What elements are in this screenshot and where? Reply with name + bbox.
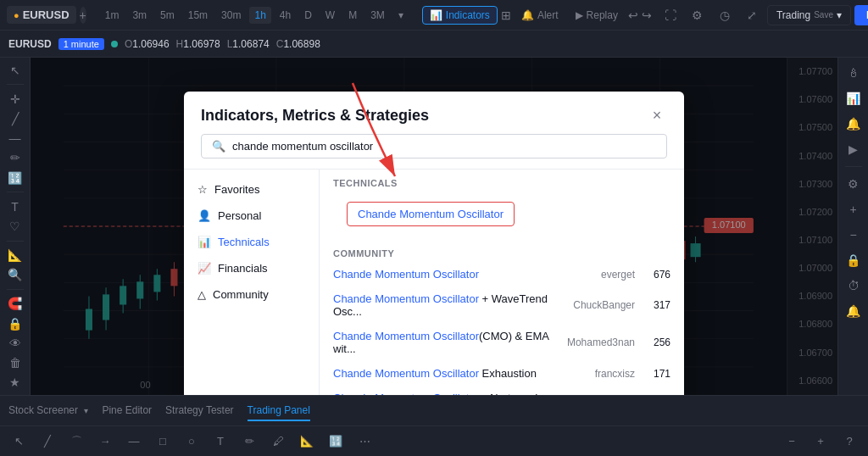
featured-result[interactable]: Chande Momentum Oscillator (347, 202, 515, 226)
symbol-selector[interactable]: ● EURUSD (7, 6, 76, 24)
heart-tool[interactable]: ♡ (3, 217, 27, 235)
zoom-tool[interactable]: 🔍 (3, 266, 27, 284)
result-row-4[interactable]: Chande Momentum Oscillator - Alerts and … (320, 386, 684, 395)
sidebar-financials[interactable]: 📈 Financials (184, 255, 319, 281)
clock-button[interactable]: ◷ (713, 3, 737, 27)
result-row-0[interactable]: Chande Momentum Oscillator everget 676 (320, 262, 684, 286)
replay-icon: ▶ (576, 9, 583, 21)
tf-d[interactable]: D (299, 7, 317, 24)
trash-tool[interactable]: 🗑 (3, 354, 27, 372)
featured-text: Chande Momentum Oscillator (358, 208, 504, 220)
sidebar-favorites[interactable]: ☆ Favorites (184, 176, 319, 203)
tab-stock-screener[interactable]: Stock Screener ▾ (8, 401, 88, 421)
result-row-3[interactable]: Chande Momentum Oscillator Exhaustion fr… (320, 361, 684, 386)
stock-screener-dropdown[interactable]: ▾ (84, 406, 88, 415)
modal-close-button[interactable]: × (647, 105, 667, 125)
result-name-2: Chande Momentum Oscillator(CMO) & EMA wi… (333, 330, 567, 355)
rt-notifications[interactable]: 🔔 (842, 299, 865, 323)
brush-tool[interactable]: ✏ (3, 149, 27, 167)
ruler-tool[interactable]: 📐 (3, 246, 27, 264)
result-count-2: 256 (645, 336, 670, 348)
tf-30m[interactable]: 30m (216, 7, 246, 24)
search-box[interactable]: 🔍 (201, 134, 667, 158)
tf-15m[interactable]: 15m (183, 7, 213, 24)
replay-button[interactable]: ▶ Replay (569, 7, 625, 24)
chart-area[interactable]: 1.07100 00 17 12:00 23 09:22:43 (UTC-4) … (31, 58, 837, 395)
rt-chart-type[interactable]: 🕯 (842, 61, 865, 85)
tf-5m[interactable]: 5m (155, 7, 180, 24)
trading-label: Trading (776, 9, 810, 21)
fullscreen-button[interactable]: ⛶ (659, 3, 682, 27)
tf-m[interactable]: M (343, 7, 362, 24)
drawing-brush[interactable]: 🖊 (266, 430, 290, 453)
rt-settings[interactable]: ⚙ (842, 172, 865, 196)
rt-scroll-lock[interactable]: 🔒 (842, 248, 865, 272)
tab-strategy-tester[interactable]: Strategy Tester (165, 401, 233, 421)
rt-zoom-in[interactable]: + (842, 197, 865, 221)
expand-button[interactable]: ⤢ (740, 3, 764, 27)
rt-replay[interactable]: ▶ (842, 137, 865, 161)
tf-dropdown[interactable]: ▾ (393, 7, 409, 24)
settings-button[interactable]: ⚙ (686, 3, 709, 27)
drawing-more[interactable]: ⋯ (353, 430, 376, 453)
drawing-cursor[interactable]: ↖ (7, 430, 31, 453)
drawing-help[interactable]: ? (837, 430, 861, 453)
search-icon: 🔍 (212, 140, 225, 153)
alert-button[interactable]: 🔔 Alert (515, 7, 565, 24)
drawing-zoom-out-chart[interactable]: − (780, 430, 804, 453)
tf-1h[interactable]: 1h (249, 7, 270, 24)
tf-4h[interactable]: 4h (275, 7, 296, 24)
drawing-circle[interactable]: ○ (180, 430, 203, 453)
drawing-arrow[interactable]: → (93, 430, 117, 453)
drawing-fib[interactable]: 🔢 (324, 430, 348, 453)
drawing-zoom-in-chart[interactable]: + (809, 430, 832, 453)
strategy-tester-label: Strategy Tester (165, 404, 233, 416)
drawing-line[interactable]: ╱ (36, 430, 59, 453)
drawing-horizontal[interactable]: — (122, 430, 146, 453)
add-symbol-button[interactable]: + (80, 7, 86, 24)
rt-alert[interactable]: 🔔 (842, 112, 865, 136)
tf-1m[interactable]: 1m (100, 7, 125, 24)
indicators-button[interactable]: 📊 Indicators (422, 6, 498, 25)
drawing-path[interactable]: ✏ (237, 430, 261, 453)
layout-button[interactable]: ⊞ (501, 3, 511, 27)
horizontal-line-tool[interactable]: — (3, 130, 27, 147)
trend-line-tool[interactable]: ╱ (3, 109, 27, 127)
tab-trading-panel[interactable]: Trading Panel (248, 401, 310, 421)
trading-button[interactable]: Trading Save ▾ (767, 5, 851, 25)
timeframe-badge[interactable]: 1 minute (58, 38, 104, 50)
tab-pine-editor[interactable]: Pine Editor (102, 401, 152, 421)
drawing-rect[interactable]: □ (151, 430, 175, 453)
sidebar-personal[interactable]: 👤 Personal (184, 203, 319, 229)
publish-button[interactable]: Publish (854, 5, 868, 25)
rt-zoom-out[interactable]: − (842, 223, 865, 247)
drawing-curve[interactable]: ⌒ (64, 430, 88, 453)
cursor-tool[interactable]: ↖ (3, 61, 27, 79)
result-row-2[interactable]: Chande Momentum Oscillator(CMO) & EMA wi… (320, 324, 684, 361)
text-tool[interactable]: T (3, 197, 27, 215)
rt-indicators[interactable]: 📊 (842, 86, 865, 110)
search-input[interactable] (232, 140, 656, 153)
crosshair-tool[interactable]: ✛ (3, 90, 27, 108)
sidebar-community[interactable]: △ Community (184, 281, 319, 308)
result-row-1[interactable]: Chande Momentum Oscillator + WaveTrend O… (320, 286, 684, 324)
undo-button[interactable]: ↩ (628, 3, 638, 27)
sidebar-technicals[interactable]: 📊 Technicals (184, 229, 319, 255)
fib-tool[interactable]: 🔢 (3, 169, 27, 186)
modal-search-area: 🔍 (184, 134, 684, 169)
drawing-text[interactable]: T (209, 430, 232, 453)
tf-3m-long[interactable]: 3M (365, 7, 390, 24)
redo-button[interactable]: ↪ (642, 3, 652, 27)
symbol-display-name: EURUSD (8, 38, 52, 50)
modal-sidebar: ☆ Favorites 👤 Personal 📊 Technicals (184, 170, 320, 395)
drawing-measure[interactable]: 📐 (295, 430, 319, 453)
right-toolbar: 🕯 📊 🔔 ▶ ⚙ + − 🔒 ⏱ 🔔 (837, 58, 868, 395)
community-icon: △ (198, 288, 206, 301)
lock-tool[interactable]: 🔒 (3, 314, 27, 332)
magnet-tool[interactable]: 🧲 (3, 295, 27, 313)
rt-time[interactable]: ⏱ (842, 274, 865, 298)
eye-tool[interactable]: 👁 (3, 334, 27, 352)
tf-3m[interactable]: 3m (127, 7, 152, 24)
tf-w[interactable]: W (320, 7, 340, 24)
star-tool[interactable]: ★ (3, 374, 27, 392)
